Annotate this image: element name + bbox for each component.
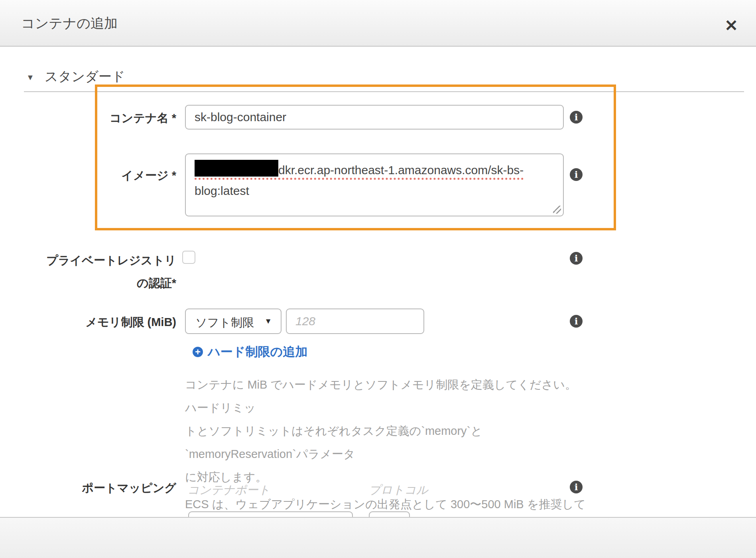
add-hard-limit-label: ハード制限の追加 xyxy=(208,344,307,360)
memory-limit-label: メモリ制限 (MiB) xyxy=(85,314,176,330)
section-title-standard[interactable]: スタンダード xyxy=(45,68,125,86)
private-registry-label-line1: プライベートレジストリ xyxy=(46,253,176,269)
info-icon[interactable]: i xyxy=(570,168,583,181)
modal-header: コンテナの追加 ✕ xyxy=(0,0,756,47)
help-line: トとソフトリミットはそれぞれタスク定義の`memory`と`memoryRese… xyxy=(185,419,588,466)
chevron-down-icon[interactable]: ▼ xyxy=(26,73,34,82)
image-value-line1: dkr.ecr.ap-northeast-1.amazonaws.com/sk-… xyxy=(278,163,524,177)
plus-icon: + xyxy=(193,347,203,357)
private-registry-checkbox[interactable] xyxy=(182,251,195,264)
memory-limit-type-value: ソフト制限 xyxy=(195,315,254,331)
image-label: イメージ * xyxy=(122,168,176,184)
modal-footer xyxy=(0,517,756,558)
image-value-line2: blog:latest xyxy=(195,181,554,201)
container-name-label: コンテナ名 * xyxy=(110,110,176,126)
info-icon[interactable]: i xyxy=(570,481,583,493)
info-icon[interactable]: i xyxy=(570,252,583,265)
add-hard-limit-link[interactable]: + ハード制限の追加 xyxy=(193,344,307,360)
chevron-down-icon: ▼ xyxy=(264,317,272,326)
redaction-box xyxy=(195,160,278,177)
private-registry-label-line2: の認証* xyxy=(137,275,176,291)
memory-limit-type-select[interactable]: ソフト制限 ▼ xyxy=(185,308,282,334)
close-icon[interactable]: ✕ xyxy=(719,14,743,37)
container-port-column-header: コンテナポート xyxy=(187,482,270,498)
info-icon[interactable]: i xyxy=(570,111,583,124)
add-container-modal: { "modal": { "title": "コンテナの追加" }, "icon… xyxy=(0,0,756,558)
info-icon[interactable]: i xyxy=(570,315,583,328)
help-line: コンテナに MiB でハードメモリとソフトメモリ制限を定義してください。ハードリ… xyxy=(185,373,588,419)
container-name-input[interactable] xyxy=(185,105,564,130)
modal-title: コンテナの追加 xyxy=(21,14,118,33)
memory-limit-value-input[interactable] xyxy=(286,308,424,334)
image-textarea[interactable]: dkr.ecr.ap-northeast-1.amazonaws.com/sk-… xyxy=(185,153,564,216)
protocol-column-header: プロトコル xyxy=(369,482,428,498)
port-mappings-label: ポートマッピング xyxy=(82,480,176,496)
resize-handle[interactable] xyxy=(553,206,561,214)
image-value-line1-wrap: dkr.ecr.ap-northeast-1.amazonaws.com/sk-… xyxy=(195,163,524,180)
section-divider xyxy=(24,91,744,92)
